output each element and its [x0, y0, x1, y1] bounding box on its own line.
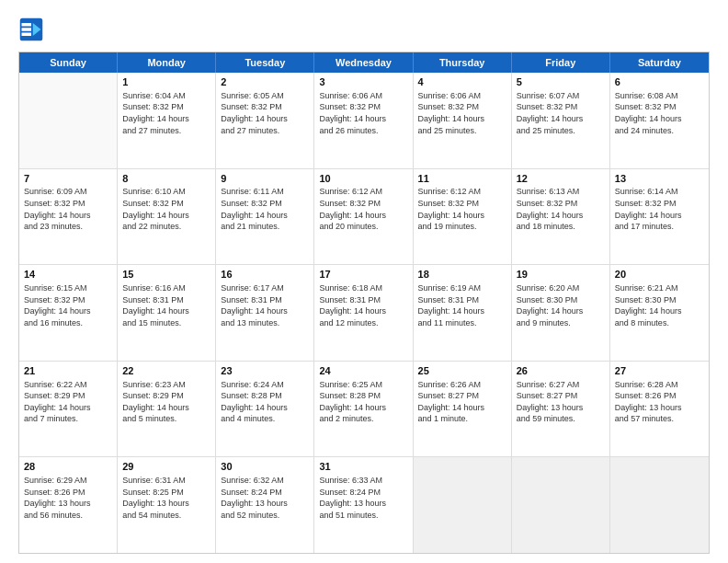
day-info: Sunrise: 6:26 AM Sunset: 8:27 PM Dayligh… [418, 379, 506, 425]
day-number: 20 [615, 268, 704, 282]
calendar-cell: 28Sunrise: 6:29 AM Sunset: 8:26 PM Dayli… [19, 457, 118, 553]
calendar-header: SundayMondayTuesdayWednesdayThursdayFrid… [19, 52, 709, 73]
day-info: Sunrise: 6:04 AM Sunset: 8:32 PM Dayligh… [122, 90, 210, 136]
day-info: Sunrise: 6:06 AM Sunset: 8:32 PM Dayligh… [418, 90, 506, 136]
calendar-cell [19, 73, 118, 168]
day-number: 24 [319, 364, 407, 378]
day-info: Sunrise: 6:23 AM Sunset: 8:29 PM Dayligh… [122, 379, 210, 425]
day-info: Sunrise: 6:22 AM Sunset: 8:29 PM Dayligh… [24, 379, 112, 425]
calendar: SundayMondayTuesdayWednesdayThursdayFrid… [18, 52, 710, 554]
logo [18, 17, 48, 42]
calendar-cell: 19Sunrise: 6:20 AM Sunset: 8:30 PM Dayli… [512, 265, 610, 361]
day-info: Sunrise: 6:08 AM Sunset: 8:32 PM Dayligh… [615, 90, 704, 136]
day-number: 17 [319, 268, 407, 282]
day-number: 30 [221, 460, 309, 474]
day-number: 2 [221, 75, 309, 89]
calendar-cell: 6Sunrise: 6:08 AM Sunset: 8:32 PM Daylig… [610, 73, 709, 168]
calendar-body: 1Sunrise: 6:04 AM Sunset: 8:32 PM Daylig… [19, 73, 709, 553]
day-number: 31 [319, 460, 407, 474]
day-info: Sunrise: 6:27 AM Sunset: 8:27 PM Dayligh… [517, 379, 605, 425]
calendar-day-header: Monday [118, 52, 216, 73]
day-info: Sunrise: 6:18 AM Sunset: 8:31 PM Dayligh… [319, 282, 407, 328]
calendar-cell [610, 457, 709, 553]
day-info: Sunrise: 6:05 AM Sunset: 8:32 PM Dayligh… [221, 90, 309, 136]
calendar-row: 7Sunrise: 6:09 AM Sunset: 8:32 PM Daylig… [19, 169, 709, 266]
day-number: 21 [24, 364, 112, 378]
day-info: Sunrise: 6:25 AM Sunset: 8:28 PM Dayligh… [319, 379, 407, 425]
day-number: 7 [24, 172, 112, 186]
calendar-day-header: Saturday [610, 52, 709, 73]
calendar-cell: 12Sunrise: 6:13 AM Sunset: 8:32 PM Dayli… [512, 169, 610, 265]
day-info: Sunrise: 6:07 AM Sunset: 8:32 PM Dayligh… [517, 90, 605, 136]
day-number: 6 [615, 75, 704, 89]
day-number: 15 [122, 268, 210, 282]
day-info: Sunrise: 6:12 AM Sunset: 8:32 PM Dayligh… [418, 186, 506, 232]
calendar-row: 28Sunrise: 6:29 AM Sunset: 8:26 PM Dayli… [19, 457, 709, 553]
calendar-cell: 31Sunrise: 6:33 AM Sunset: 8:24 PM Dayli… [314, 457, 413, 553]
day-number: 29 [122, 460, 210, 474]
logo-icon [18, 17, 44, 42]
calendar-cell: 29Sunrise: 6:31 AM Sunset: 8:25 PM Dayli… [118, 457, 216, 553]
day-number: 27 [615, 364, 704, 378]
calendar-day-header: Friday [512, 52, 610, 73]
header [18, 17, 710, 42]
day-number: 10 [319, 172, 407, 186]
calendar-cell [414, 457, 512, 553]
calendar-cell: 15Sunrise: 6:16 AM Sunset: 8:31 PM Dayli… [118, 265, 216, 361]
day-info: Sunrise: 6:12 AM Sunset: 8:32 PM Dayligh… [319, 186, 407, 232]
calendar-cell: 13Sunrise: 6:14 AM Sunset: 8:32 PM Dayli… [610, 169, 709, 265]
day-number: 23 [221, 364, 309, 378]
day-number: 8 [122, 172, 210, 186]
day-info: Sunrise: 6:13 AM Sunset: 8:32 PM Dayligh… [517, 186, 605, 232]
calendar-cell: 9Sunrise: 6:11 AM Sunset: 8:32 PM Daylig… [216, 169, 314, 265]
calendar-row: 1Sunrise: 6:04 AM Sunset: 8:32 PM Daylig… [19, 73, 709, 169]
day-number: 13 [615, 172, 704, 186]
day-info: Sunrise: 6:20 AM Sunset: 8:30 PM Dayligh… [517, 282, 605, 328]
calendar-cell: 26Sunrise: 6:27 AM Sunset: 8:27 PM Dayli… [512, 362, 610, 457]
day-number: 5 [517, 75, 605, 89]
calendar-cell: 5Sunrise: 6:07 AM Sunset: 8:32 PM Daylig… [512, 73, 610, 168]
day-info: Sunrise: 6:29 AM Sunset: 8:26 PM Dayligh… [24, 475, 112, 521]
day-number: 1 [122, 75, 210, 89]
day-number: 4 [418, 75, 506, 89]
day-number: 26 [517, 364, 605, 378]
calendar-cell: 30Sunrise: 6:32 AM Sunset: 8:24 PM Dayli… [216, 457, 314, 553]
calendar-cell: 7Sunrise: 6:09 AM Sunset: 8:32 PM Daylig… [19, 169, 118, 265]
day-number: 12 [517, 172, 605, 186]
calendar-cell: 3Sunrise: 6:06 AM Sunset: 8:32 PM Daylig… [314, 73, 413, 168]
svg-rect-3 [22, 28, 32, 31]
day-info: Sunrise: 6:06 AM Sunset: 8:32 PM Dayligh… [319, 90, 407, 136]
calendar-cell: 10Sunrise: 6:12 AM Sunset: 8:32 PM Dayli… [314, 169, 413, 265]
calendar-cell: 23Sunrise: 6:24 AM Sunset: 8:28 PM Dayli… [216, 362, 314, 457]
calendar-cell: 2Sunrise: 6:05 AM Sunset: 8:32 PM Daylig… [216, 73, 314, 168]
calendar-cell: 4Sunrise: 6:06 AM Sunset: 8:32 PM Daylig… [414, 73, 512, 168]
day-info: Sunrise: 6:14 AM Sunset: 8:32 PM Dayligh… [615, 186, 704, 232]
day-info: Sunrise: 6:32 AM Sunset: 8:24 PM Dayligh… [221, 475, 309, 521]
calendar-day-header: Tuesday [216, 52, 314, 73]
day-number: 18 [418, 268, 506, 282]
svg-rect-2 [22, 23, 32, 27]
svg-rect-4 [22, 33, 32, 37]
calendar-cell: 24Sunrise: 6:25 AM Sunset: 8:28 PM Dayli… [314, 362, 413, 457]
calendar-cell: 20Sunrise: 6:21 AM Sunset: 8:30 PM Dayli… [610, 265, 709, 361]
calendar-cell: 25Sunrise: 6:26 AM Sunset: 8:27 PM Dayli… [414, 362, 512, 457]
day-info: Sunrise: 6:17 AM Sunset: 8:31 PM Dayligh… [221, 282, 309, 328]
calendar-day-header: Wednesday [314, 52, 413, 73]
calendar-cell: 1Sunrise: 6:04 AM Sunset: 8:32 PM Daylig… [118, 73, 216, 168]
calendar-cell: 27Sunrise: 6:28 AM Sunset: 8:26 PM Dayli… [610, 362, 709, 457]
calendar-cell: 21Sunrise: 6:22 AM Sunset: 8:29 PM Dayli… [19, 362, 118, 457]
day-number: 19 [517, 268, 605, 282]
day-info: Sunrise: 6:28 AM Sunset: 8:26 PM Dayligh… [615, 379, 704, 425]
calendar-cell: 8Sunrise: 6:10 AM Sunset: 8:32 PM Daylig… [118, 169, 216, 265]
calendar-cell: 14Sunrise: 6:15 AM Sunset: 8:32 PM Dayli… [19, 265, 118, 361]
day-info: Sunrise: 6:10 AM Sunset: 8:32 PM Dayligh… [122, 186, 210, 232]
day-info: Sunrise: 6:33 AM Sunset: 8:24 PM Dayligh… [319, 475, 407, 521]
calendar-cell: 16Sunrise: 6:17 AM Sunset: 8:31 PM Dayli… [216, 265, 314, 361]
calendar-cell: 18Sunrise: 6:19 AM Sunset: 8:31 PM Dayli… [414, 265, 512, 361]
page: SundayMondayTuesdayWednesdayThursdayFrid… [0, 0, 728, 563]
day-number: 14 [24, 268, 112, 282]
calendar-cell [512, 457, 610, 553]
day-info: Sunrise: 6:31 AM Sunset: 8:25 PM Dayligh… [122, 475, 210, 521]
day-number: 22 [122, 364, 210, 378]
day-info: Sunrise: 6:21 AM Sunset: 8:30 PM Dayligh… [615, 282, 704, 328]
